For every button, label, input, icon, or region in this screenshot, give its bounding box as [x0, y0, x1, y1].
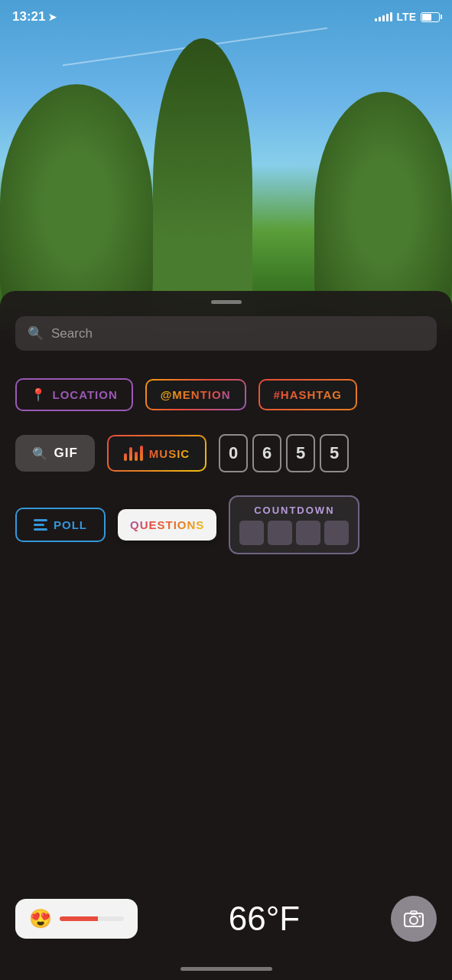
time-digit-3: 5 — [320, 434, 349, 472]
search-bar[interactable]: 🔍 Search — [15, 316, 437, 351]
sticker-grid: 📍 LOCATION @MENTION #HASHTAG 🔍 GIF — [0, 363, 452, 593]
search-placeholder-text: Search — [51, 326, 93, 341]
questions-label: QUESTIONS — [130, 518, 204, 531]
search-icon: 🔍 — [28, 325, 44, 341]
camera-button[interactable] — [391, 896, 437, 942]
countdown-box-1 — [239, 521, 264, 545]
time-sticker[interactable]: 0 6 5 5 — [219, 434, 349, 472]
music-sticker[interactable]: MUSIC — [107, 435, 206, 472]
status-bar: 13:21 ➤ LTE — [0, 0, 452, 34]
home-indicator — [180, 967, 272, 971]
mention-sticker[interactable]: @MENTION — [145, 379, 246, 410]
location-arrow-icon: ➤ — [48, 11, 57, 23]
sticker-picker-sheet: 🔍 Search 📍 LOCATION @MENTION #HASHTAG 🔍 … — [0, 291, 452, 980]
sticker-row-2: 🔍 GIF MUSIC 0 6 5 5 — [15, 434, 437, 472]
status-time: 13:21 ➤ — [12, 9, 57, 24]
camera-background — [0, 0, 452, 329]
emoji-reaction-sticker[interactable]: 😍 — [15, 899, 138, 939]
gif-label: GIF — [54, 446, 78, 461]
hashtag-label: #HASHTAG — [274, 388, 342, 401]
location-pin-icon: 📍 — [31, 387, 47, 402]
battery-fill — [422, 14, 431, 21]
countdown-label: COUNTDOWN — [254, 505, 334, 516]
poll-label: POLL — [54, 518, 87, 531]
sticker-row-3: POLL QUESTIONS COUNTDOWN — [15, 495, 437, 554]
svg-point-3 — [418, 916, 421, 918]
time-digit-2: 5 — [286, 434, 315, 472]
gif-sticker[interactable]: 🔍 GIF — [15, 435, 95, 472]
sticker-row-1: 📍 LOCATION @MENTION #HASHTAG — [15, 378, 437, 411]
countdown-box-3 — [296, 521, 320, 545]
countdown-box-4 — [324, 521, 349, 545]
countdown-box-2 — [268, 521, 292, 545]
camera-icon — [404, 910, 424, 927]
time-digit-1: 6 — [252, 434, 281, 472]
temperature-display: 66°F — [229, 900, 300, 938]
location-sticker[interactable]: 📍 LOCATION — [15, 378, 133, 411]
status-right-icons: LTE — [375, 11, 440, 23]
music-label: MUSIC — [149, 447, 190, 460]
pull-handle[interactable] — [211, 300, 242, 304]
bottom-toolbar: 😍 66°F — [0, 896, 452, 942]
lte-label: LTE — [397, 11, 416, 23]
time-digit-0: 0 — [219, 434, 248, 472]
countdown-boxes — [239, 521, 349, 545]
tree-center — [153, 38, 252, 329]
signal-icon — [375, 12, 392, 21]
questions-sticker[interactable]: QUESTIONS — [118, 509, 216, 541]
battery-icon — [421, 12, 440, 22]
emoji-slider-bar[interactable] — [60, 916, 124, 921]
mention-label: @MENTION — [161, 388, 231, 401]
hashtag-sticker[interactable]: #HASHTAG — [259, 379, 357, 410]
svg-point-1 — [410, 916, 418, 924]
poll-sticker[interactable]: POLL — [15, 508, 106, 542]
poll-lines-icon — [34, 519, 47, 531]
location-label: LOCATION — [53, 388, 118, 401]
emoji-icon: 😍 — [29, 908, 52, 929]
music-bars-icon — [124, 446, 143, 461]
clock-time: 13:21 — [12, 9, 45, 24]
countdown-sticker[interactable]: COUNTDOWN — [229, 495, 359, 554]
gif-search-icon: 🔍 — [32, 446, 48, 461]
